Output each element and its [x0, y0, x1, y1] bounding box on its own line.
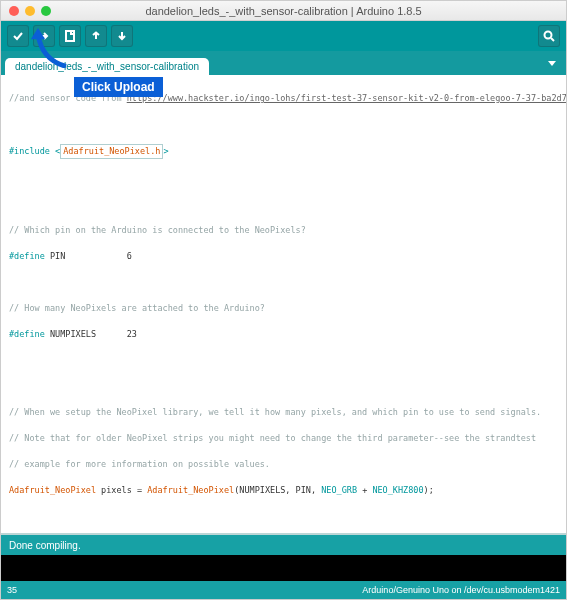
save-button[interactable] — [111, 25, 133, 47]
new-button[interactable] — [59, 25, 81, 47]
code-line: // How many NeoPixels are attached to th… — [9, 302, 558, 315]
serial-monitor-button[interactable] — [538, 25, 560, 47]
close-window-button[interactable] — [9, 6, 19, 16]
code-line: //and sensor code from https://www.hacks… — [9, 92, 558, 105]
status-bar: Done compiling. — [1, 535, 566, 555]
code-line: // Note that for older NeoPixel strips y… — [9, 432, 558, 445]
line-number: 35 — [7, 585, 17, 595]
code-line: // When we setup the NeoPixel library, w… — [9, 406, 558, 419]
zoom-window-button[interactable] — [41, 6, 51, 16]
tab-bar: dandelion_leds_-_with_sensor-calibration — [1, 51, 566, 75]
status-text: Done compiling. — [9, 540, 81, 551]
window-title: dandelion_leds_-_with_sensor-calibration… — [1, 5, 566, 17]
toolbar — [1, 21, 566, 51]
code-line: #include <Adafruit_NeoPixel.h> — [9, 144, 558, 159]
upload-button[interactable] — [33, 25, 55, 47]
code-line: // example for more information on possi… — [9, 458, 558, 471]
tab-menu-button[interactable] — [544, 55, 560, 71]
arduino-window: dandelion_leds_-_with_sensor-calibration… — [0, 0, 567, 600]
svg-line-5 — [551, 38, 554, 41]
sketch-tab[interactable]: dandelion_leds_-_with_sensor-calibration — [5, 58, 209, 75]
code-editor[interactable]: //and sensor code from https://www.hacks… — [1, 75, 566, 535]
titlebar: dandelion_leds_-_with_sensor-calibration… — [1, 1, 566, 21]
minimize-window-button[interactable] — [25, 6, 35, 16]
traffic-lights — [1, 6, 51, 16]
console[interactable] — [1, 555, 566, 581]
code-line: Adafruit_NeoPixel pixels = Adafruit_NeoP… — [9, 484, 558, 497]
open-button[interactable] — [85, 25, 107, 47]
footer: 35 Arduino/Genuino Uno on /dev/cu.usbmod… — [1, 581, 566, 599]
code-line: // Which pin on the Arduino is connected… — [9, 224, 558, 237]
code-line: #define PIN 6 — [9, 250, 558, 263]
svg-point-4 — [545, 32, 552, 39]
svg-marker-6 — [548, 61, 556, 66]
board-port: Arduino/Genuino Uno on /dev/cu.usbmodem1… — [362, 585, 560, 595]
verify-button[interactable] — [7, 25, 29, 47]
code-line: #define NUMPIXELS 23 — [9, 328, 558, 341]
